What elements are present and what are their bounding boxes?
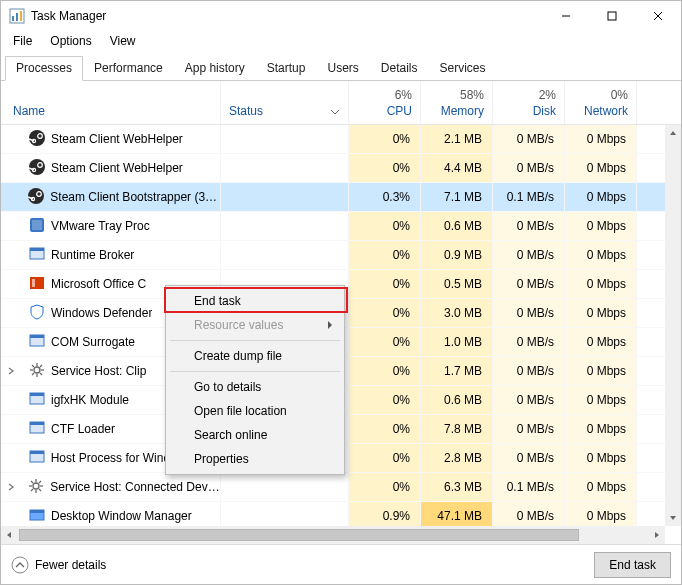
svg-point-8	[29, 130, 45, 146]
cpu-value: 0%	[393, 451, 410, 465]
cell-network: 0 Mbps	[565, 241, 637, 269]
col-memory-label: Memory	[441, 104, 484, 118]
expand-icon[interactable]	[7, 364, 17, 378]
cpu-value: 0%	[393, 161, 410, 175]
col-status-label: Status	[229, 104, 263, 118]
expand-icon[interactable]	[7, 480, 16, 494]
cell-disk: 0 MB/s	[493, 415, 565, 443]
cell-memory: 3.0 MB	[421, 299, 493, 327]
cell-memory: 1.7 MB	[421, 357, 493, 385]
svg-rect-27	[30, 335, 44, 338]
menubar: File Options View	[1, 31, 681, 53]
svg-line-51	[31, 489, 33, 491]
svg-line-34	[40, 373, 42, 375]
process-icon	[29, 362, 45, 381]
mem-value: 2.8 MB	[444, 451, 482, 465]
tab-performance[interactable]: Performance	[83, 56, 174, 81]
ctx-end-task[interactable]: End task	[168, 289, 342, 313]
tab-processes[interactable]: Processes	[5, 56, 83, 81]
hscroll-thumb[interactable]	[19, 529, 579, 541]
scroll-right-icon[interactable]	[649, 526, 665, 544]
process-icon	[29, 130, 45, 149]
cell-status	[221, 125, 349, 153]
titlebar: Task Manager	[1, 1, 681, 31]
tab-users[interactable]: Users	[316, 56, 369, 81]
cell-network: 0 Mbps	[565, 473, 637, 501]
minimize-button[interactable]	[543, 1, 589, 31]
menu-options[interactable]: Options	[42, 31, 99, 51]
tab-startup[interactable]: Startup	[256, 56, 317, 81]
process-name: Steam Client WebHelper	[51, 132, 183, 146]
svg-rect-2	[16, 13, 18, 21]
cell-cpu: 0%	[349, 415, 421, 443]
cell-memory: 0.6 MB	[421, 212, 493, 240]
ctx-properties[interactable]: Properties	[168, 447, 342, 471]
end-task-button[interactable]: End task	[594, 552, 671, 578]
table-row[interactable]: VMware Tray Proc0%0.6 MB0 MB/s0 Mbps	[1, 212, 665, 241]
col-network[interactable]: 0%Network	[565, 81, 637, 124]
col-memory[interactable]: 58%Memory	[421, 81, 493, 124]
close-button[interactable]	[635, 1, 681, 31]
ctx-create-dump[interactable]: Create dump file	[168, 344, 342, 368]
cell-network: 0 Mbps	[565, 328, 637, 356]
process-name: Desktop Window Manager	[51, 509, 192, 523]
ctx-separator	[170, 340, 340, 341]
tab-apphistory[interactable]: App history	[174, 56, 256, 81]
vertical-scrollbar[interactable]	[665, 125, 681, 526]
scroll-left-icon[interactable]	[1, 526, 17, 544]
table-row[interactable]: Steam Client Bootstrapper (32 bit)0.3%7.…	[1, 183, 665, 212]
mem-value: 2.1 MB	[444, 132, 482, 146]
col-disk[interactable]: 2%Disk	[493, 81, 565, 124]
ctx-resource-values[interactable]: Resource values	[168, 313, 342, 337]
fewer-details-button[interactable]: Fewer details	[11, 556, 106, 574]
table-row[interactable]: Runtime Broker0%0.9 MB0 MB/s0 Mbps	[1, 241, 665, 270]
cell-cpu: 0%	[349, 270, 421, 298]
scroll-down-icon[interactable]	[665, 510, 681, 526]
mem-value: 1.7 MB	[444, 364, 482, 378]
mem-value: 7.8 MB	[444, 422, 482, 436]
ctx-go-details[interactable]: Go to details	[168, 375, 342, 399]
table-row[interactable]: Steam Client WebHelper0%2.1 MB0 MB/s0 Mb…	[1, 125, 665, 154]
net-value: 0 Mbps	[587, 248, 626, 262]
cell-status	[221, 473, 349, 501]
net-value: 0 Mbps	[587, 219, 626, 233]
net-value: 0 Mbps	[587, 422, 626, 436]
svg-point-16	[28, 188, 44, 204]
col-name[interactable]: Name	[1, 81, 221, 124]
table-row[interactable]: Service Host: Connected Device...0%6.3 M…	[1, 473, 665, 502]
horizontal-scrollbar[interactable]	[1, 526, 665, 544]
svg-point-28	[34, 367, 40, 373]
ctx-open-location[interactable]: Open file location	[168, 399, 342, 423]
net-value: 0 Mbps	[587, 277, 626, 291]
table-row[interactable]: Steam Client WebHelper0%4.4 MB0 MB/s0 Mb…	[1, 154, 665, 183]
process-icon	[29, 159, 45, 178]
process-name: Steam Client WebHelper	[51, 161, 183, 175]
cpu-percent: 6%	[357, 88, 412, 102]
col-status[interactable]: Status	[221, 81, 349, 124]
content: Name Status 6%CPU 58%Memory 2%Disk 0%Net…	[1, 81, 681, 544]
cell-status	[221, 212, 349, 240]
svg-line-36	[32, 373, 34, 375]
svg-line-33	[32, 365, 34, 367]
cell-memory: 0.5 MB	[421, 270, 493, 298]
net-value: 0 Mbps	[587, 393, 626, 407]
cell-name: VMware Tray Proc	[1, 212, 221, 240]
cell-name: Steam Client WebHelper	[1, 125, 221, 153]
maximize-button[interactable]	[589, 1, 635, 31]
menu-view[interactable]: View	[102, 31, 144, 51]
disk-value: 0 MB/s	[517, 364, 554, 378]
col-cpu[interactable]: 6%CPU	[349, 81, 421, 124]
process-name: Runtime Broker	[51, 248, 134, 262]
tab-services[interactable]: Services	[429, 56, 497, 81]
ctx-search-online[interactable]: Search online	[168, 423, 342, 447]
mem-value: 1.0 MB	[444, 335, 482, 349]
process-name: COM Surrogate	[51, 335, 135, 349]
svg-point-43	[33, 483, 39, 489]
menu-file[interactable]: File	[5, 31, 40, 51]
scroll-up-icon[interactable]	[665, 125, 681, 141]
svg-rect-21	[32, 220, 42, 230]
disk-value: 0 MB/s	[517, 422, 554, 436]
tab-details[interactable]: Details	[370, 56, 429, 81]
process-icon	[28, 188, 44, 207]
process-name: Microsoft Office C	[51, 277, 146, 291]
